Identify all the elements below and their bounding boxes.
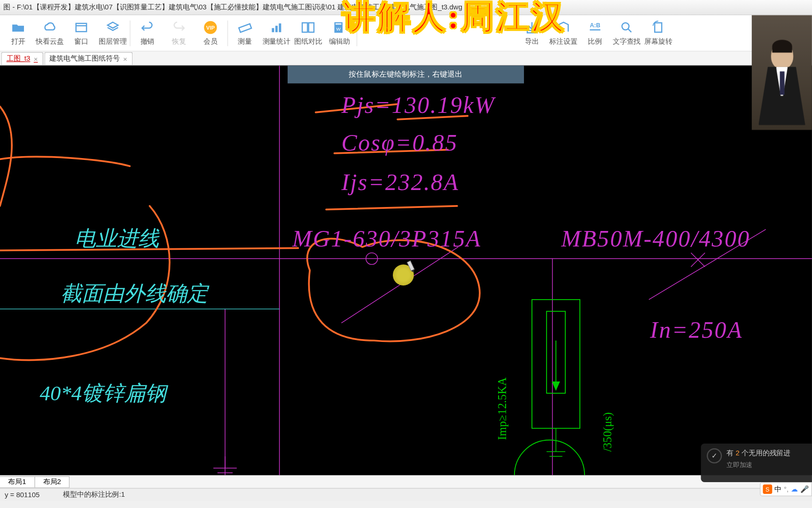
- label-mg1: MG1-630/3P315A: [292, 225, 481, 252]
- cloud-icon: [41, 19, 58, 36]
- tool-ratio[interactable]: A:B比例: [579, 16, 611, 50]
- drawing-canvas[interactable]: 按住鼠标左键绘制标注，右键退出: [0, 65, 812, 475]
- window-icon: [73, 19, 90, 36]
- label-dianye: 电业进线: [75, 225, 159, 254]
- find-icon: [618, 19, 635, 36]
- tool-layers[interactable]: 图层管理: [97, 16, 129, 50]
- tool-cloud[interactable]: 快看云盘: [34, 16, 65, 50]
- svg-rect-31: [532, 300, 580, 429]
- shield-icon: ✓: [707, 448, 722, 463]
- svg-rect-8: [302, 23, 307, 32]
- label-s350: /350(μs): [601, 413, 615, 452]
- undo-icon: [139, 19, 156, 36]
- svg-rect-7: [279, 24, 281, 32]
- label-pjs: Pjs=130.19kW: [341, 91, 495, 119]
- svg-rect-17: [655, 23, 662, 32]
- svg-point-24: [366, 253, 378, 264]
- layout-tab[interactable]: 布局1: [0, 476, 35, 488]
- layout-tab[interactable]: 布局2: [34, 476, 70, 488]
- svg-text:VIP: VIP: [206, 25, 215, 31]
- tool-folder[interactable]: 打开: [2, 16, 34, 50]
- svg-rect-11: [336, 24, 341, 24]
- label-in250: In=250A: [650, 316, 742, 343]
- presenter-webcam: [752, 15, 812, 130]
- svg-text:A:B: A:B: [590, 22, 600, 29]
- vip-icon: VIP: [202, 19, 219, 36]
- folder-icon: [10, 19, 26, 36]
- label-mb50: MB50M-400/4300: [561, 225, 750, 252]
- tool-stats[interactable]: 测量统计: [261, 16, 292, 50]
- presenter-overlay: 讲解人:周江汉: [343, 0, 566, 40]
- tool-undo[interactable]: 撤销: [132, 16, 163, 50]
- svg-rect-5: [272, 28, 274, 32]
- close-icon[interactable]: ×: [34, 55, 38, 63]
- scale-readout: 模型中的标注比例:1: [63, 490, 125, 500]
- rotate-icon: [650, 19, 666, 36]
- tool-redo[interactable]: 恢复: [163, 16, 195, 50]
- close-icon[interactable]: ×: [123, 55, 127, 63]
- label-ijs: Ijs=232.8A: [341, 168, 459, 196]
- ime-bar[interactable]: S 中°, ☁ 🎤: [760, 482, 812, 496]
- doc-tab[interactable]: 建筑电气施工图纸符号×: [44, 52, 133, 65]
- tool-compare[interactable]: 图纸对比: [292, 16, 324, 50]
- svg-rect-32: [547, 311, 565, 393]
- label-jiemian: 截面由外线确定: [61, 280, 208, 309]
- svg-line-16: [628, 29, 631, 32]
- svg-rect-9: [309, 23, 314, 32]
- doc-tab[interactable]: 工图_t3×: [1, 52, 43, 65]
- ratio-icon: A:B: [587, 19, 603, 36]
- compare-icon: [300, 19, 316, 36]
- tool-rotate[interactable]: 屏幕旋转: [642, 16, 674, 50]
- label-biangang: 40*4镀锌扁钢: [40, 379, 166, 408]
- layers-icon: [105, 19, 121, 36]
- svg-marker-34: [552, 381, 560, 391]
- label-cos: Cosφ=0.85: [341, 129, 458, 156]
- svg-line-41: [326, 206, 457, 209]
- svg-rect-43: [407, 261, 414, 271]
- sogou-icon: S: [763, 484, 772, 494]
- svg-rect-4: [239, 24, 251, 32]
- tool-measure[interactable]: 测量: [229, 16, 261, 50]
- tool-find[interactable]: 文字查找: [611, 16, 642, 50]
- layout-tabs: 布局1布局2: [0, 475, 812, 488]
- coord-readout: y = 801105: [5, 491, 39, 499]
- stats-icon: [268, 19, 285, 36]
- svg-text:W: W: [336, 26, 341, 32]
- svg-rect-0: [76, 24, 86, 32]
- measure-icon: [237, 19, 253, 36]
- redo-icon: [171, 19, 187, 36]
- mode-hint: 按住鼠标左键绘制标注，右键退出: [288, 65, 524, 83]
- tool-vip[interactable]: VIP会员: [195, 16, 226, 50]
- svg-line-25: [691, 253, 705, 267]
- label-imp: Imp≥12.5KA: [496, 377, 509, 440]
- status-bar: y = 801105 模型中的标注比例:1: [0, 488, 812, 500]
- svg-line-26: [691, 253, 705, 267]
- document-tabs: 工图_t3×建筑电气施工图纸符号×: [0, 51, 812, 65]
- tool-window[interactable]: 窗口: [65, 16, 97, 50]
- svg-rect-6: [275, 26, 278, 32]
- system-notification[interactable]: ✓ 有 2 个无用的残留进 立即加速: [701, 444, 812, 482]
